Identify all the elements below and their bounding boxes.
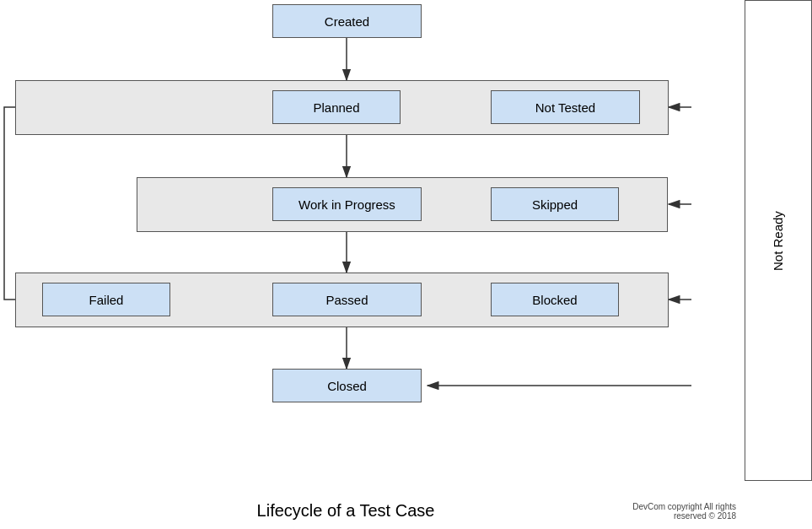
- not-tested-label: Not Tested: [535, 100, 595, 115]
- state-wip: Work in Progress: [272, 187, 422, 221]
- footer-copyright: DevCom copyright All rightsreserved © 20…: [632, 502, 736, 521]
- not-ready-sidebar: Not Ready: [745, 0, 812, 481]
- closed-label: Closed: [327, 379, 367, 393]
- planned-label: Planned: [313, 100, 359, 115]
- state-skipped: Skipped: [491, 187, 619, 221]
- blocked-label: Blocked: [532, 293, 577, 307]
- created-label: Created: [325, 14, 369, 29]
- passed-label: Passed: [325, 293, 368, 307]
- wip-label: Work in Progress: [298, 197, 395, 212]
- skipped-label: Skipped: [532, 197, 578, 212]
- diagram-area: Created Planned Not Tested Work in Progr…: [0, 0, 691, 506]
- state-planned: Planned: [272, 90, 401, 124]
- footer: Lifecycle of a Test Case: [0, 501, 691, 521]
- state-not-tested: Not Tested: [491, 90, 640, 124]
- state-failed: Failed: [42, 283, 170, 316]
- arrows-svg: [0, 0, 691, 506]
- not-ready-label: Not Ready: [744, 1, 811, 482]
- state-closed: Closed: [272, 369, 422, 402]
- state-blocked: Blocked: [491, 283, 619, 316]
- footer-title: Lifecycle of a Test Case: [257, 501, 435, 520]
- failed-label: Failed: [89, 293, 124, 307]
- state-passed: Passed: [272, 283, 422, 316]
- state-created: Created: [272, 4, 422, 38]
